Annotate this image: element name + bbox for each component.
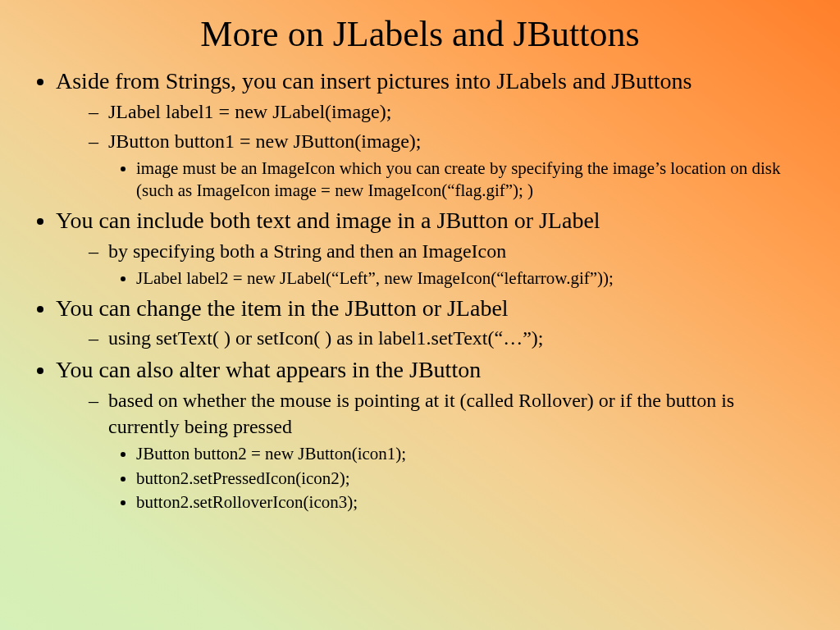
subsub-list: image must be an ImageIcon which you can… xyxy=(136,158,807,203)
bullet-text: You can change the item in the JButton o… xyxy=(56,295,509,321)
subsub-text: button2.setPressedIcon(icon2); xyxy=(136,468,350,488)
sub-list: by specifying both a String and then an … xyxy=(89,239,807,290)
subsub-list: JButton button2 = new JButton(icon1); bu… xyxy=(136,443,807,514)
subsub-item: button2.setPressedIcon(icon2); xyxy=(136,468,807,490)
bullet-list: Aside from Strings, you can insert pictu… xyxy=(56,66,807,514)
sub-text: based on whether the mouse is pointing a… xyxy=(108,390,734,437)
subsub-text: button2.setRolloverIcon(icon3); xyxy=(136,492,358,512)
slide-title: More on JLabels and JButtons xyxy=(33,13,807,55)
sub-item: JLabel label1 = new JLabel(image); xyxy=(89,99,807,126)
bullet-item: You can include both text and image in a… xyxy=(56,206,807,290)
subsub-item: image must be an ImageIcon which you can… xyxy=(136,158,807,203)
subsub-text: image must be an ImageIcon which you can… xyxy=(136,158,781,200)
bullet-item: You can also alter what appears in the J… xyxy=(56,355,807,514)
bullet-item: You can change the item in the JButton o… xyxy=(56,294,807,353)
bullet-text: Aside from Strings, you can insert pictu… xyxy=(56,68,692,94)
subsub-item: JLabel label2 = new JLabel(“Left”, new I… xyxy=(136,267,807,290)
sub-list: JLabel label1 = new JLabel(image); JButt… xyxy=(89,99,807,203)
bullet-item: Aside from Strings, you can insert pictu… xyxy=(56,66,807,203)
sub-list: based on whether the mouse is pointing a… xyxy=(89,388,807,514)
bullet-text: You can also alter what appears in the J… xyxy=(56,357,481,382)
sub-text: JLabel label1 = new JLabel(image); xyxy=(108,101,391,122)
subsub-item: JButton button2 = new JButton(icon1); xyxy=(136,443,807,465)
sub-text: by specifying both a String and then an … xyxy=(108,240,506,262)
subsub-list: JLabel label2 = new JLabel(“Left”, new I… xyxy=(136,267,807,290)
sub-text: JButton button1 = new JButton(image); xyxy=(108,130,422,152)
subsub-text: JLabel label2 = new JLabel(“Left”, new I… xyxy=(136,268,614,288)
bullet-text: You can include both text and image in a… xyxy=(56,208,600,233)
sub-item: using setText( ) or setIcon( ) as in lab… xyxy=(89,326,807,352)
sub-item: by specifying both a String and then an … xyxy=(89,239,807,290)
slide: More on JLabels and JButtons Aside from … xyxy=(0,0,840,630)
sub-list: using setText( ) or setIcon( ) as in lab… xyxy=(89,326,807,352)
sub-item: JButton button1 = new JButton(image); im… xyxy=(89,129,807,203)
sub-text: using setText( ) or setIcon( ) as in lab… xyxy=(108,327,543,349)
subsub-text: JButton button2 = new JButton(icon1); xyxy=(136,444,406,463)
subsub-item: button2.setRolloverIcon(icon3); xyxy=(136,491,807,514)
sub-item: based on whether the mouse is pointing a… xyxy=(89,388,807,514)
